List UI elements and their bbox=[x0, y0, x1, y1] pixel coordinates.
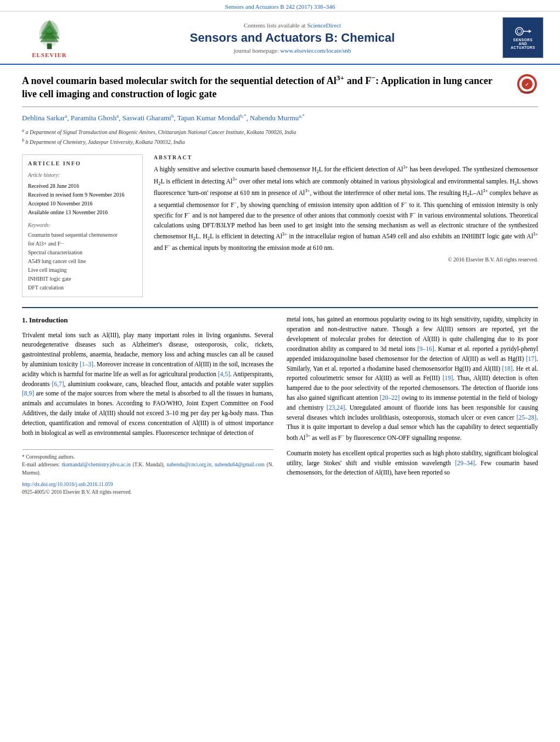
homepage-link[interactable]: www.elsevier.com/locate/snb bbox=[281, 47, 351, 54]
two-col-main: 1. Introduction Trivalent metal ions suc… bbox=[22, 315, 538, 496]
keywords-section: Keywords: Coumarin based sequential chem… bbox=[28, 221, 137, 292]
doi-link[interactable]: http://dx.doi.org/10.1016/j.snb.2016.11.… bbox=[22, 482, 113, 487]
svg-point-6 bbox=[47, 28, 52, 33]
elsevier-text: ELSEVIER bbox=[32, 52, 67, 58]
keywords-label: Keywords: bbox=[28, 221, 137, 230]
intro-paragraph-2: metal ions, has gained an enormous popul… bbox=[287, 315, 538, 443]
received-date: Received 28 June 2016 bbox=[28, 182, 137, 191]
intro-paragraph-3: Coumarin moiety has excellent optical pr… bbox=[287, 449, 538, 478]
elsevier-tree-icon bbox=[27, 18, 71, 51]
article-info-header: ARTICLE INFO bbox=[28, 159, 137, 168]
sensors-actuators-logo: SENSORSANDACTUATORS bbox=[502, 17, 544, 58]
corresponding-note: * Corresponding authors. bbox=[22, 453, 273, 461]
crossmark-badge: ✓ CrossMark bbox=[516, 73, 538, 95]
authors: Deblina Sarkara, Paramita Ghosha, Saswat… bbox=[22, 113, 538, 124]
keyword-2: for Al3+ and F− bbox=[28, 239, 137, 248]
keyword-3: Spectral characterization bbox=[28, 248, 137, 257]
article-info-abstract-row: ARTICLE INFO Article history: Received 2… bbox=[22, 154, 538, 297]
intro-paragraph-1: Trivalent metal ions such as Al(III), pl… bbox=[22, 331, 273, 438]
main-content: 1. Introduction Trivalent metal ions suc… bbox=[22, 307, 538, 496]
svg-point-7 bbox=[516, 27, 523, 35]
affiliations: a a Department of Signal Transduction an… bbox=[22, 127, 538, 147]
contents-line: Contents lists available at ScienceDirec… bbox=[82, 22, 502, 29]
copyright-notice: © 2016 Elsevier B.V. All rights reserved… bbox=[154, 256, 538, 263]
journal-homepage: journal homepage: www.elsevier.com/locat… bbox=[82, 47, 502, 54]
affiliation-b: b b Department of Chemistry, Jadavpur Un… bbox=[22, 137, 538, 147]
journal-top-bar: Sensors and Actuators B 242 (2017) 338–3… bbox=[0, 0, 560, 12]
abstract-column: ABSTRACT A highly sensitive and selectiv… bbox=[154, 154, 538, 297]
main-col-left: 1. Introduction Trivalent metal ions suc… bbox=[22, 315, 273, 496]
elsevier-logo: ELSEVIER bbox=[16, 18, 82, 58]
article-body: A novel coumarin based molecular switch … bbox=[0, 65, 560, 507]
keyword-4: A549 lung cancer cell line bbox=[28, 257, 137, 266]
journal-citation: Sensors and Actuators B 242 (2017) 338–3… bbox=[225, 3, 335, 10]
footnote-section: * Corresponding authors. E-mail addresse… bbox=[22, 449, 273, 497]
svg-text:CrossMark: CrossMark bbox=[520, 90, 534, 93]
keywords-list: Coumarin based sequential chemosensor fo… bbox=[28, 231, 137, 292]
article-info-box: ARTICLE INFO Article history: Received 2… bbox=[22, 154, 143, 297]
email1-link[interactable]: tkumandal@chemistry.jdvu.ac.in bbox=[61, 462, 131, 467]
sa-logo-icon bbox=[515, 26, 531, 37]
svg-text:✓: ✓ bbox=[525, 82, 529, 87]
article-title-section: A novel coumarin based molecular switch … bbox=[22, 73, 538, 107]
email-section: E-mail addresses: tkumandal@chemistry.jd… bbox=[22, 461, 273, 477]
affiliation-a: a a Department of Signal Transduction an… bbox=[22, 127, 538, 137]
abstract-header: ABSTRACT bbox=[154, 154, 538, 160]
article-info-column: ARTICLE INFO Article history: Received 2… bbox=[22, 154, 143, 297]
article-title: A novel coumarin based molecular switch … bbox=[22, 73, 505, 101]
keyword-5: Live cell imaging bbox=[28, 266, 137, 275]
abstract-text: A highly sensitive and selective coumari… bbox=[154, 164, 538, 253]
journal-header: ELSEVIER Contents lists available at Sci… bbox=[0, 12, 560, 65]
email2-link[interactable]: nabendu@cnci.org.in, nabendu64@gmail.com bbox=[167, 462, 265, 467]
keyword-7: DFT calculation bbox=[28, 283, 137, 292]
svg-point-8 bbox=[517, 29, 522, 34]
keyword-1: Coumarin based sequential chemosensor bbox=[28, 231, 137, 239]
main-col-right: metal ions, has gained an enormous popul… bbox=[287, 315, 538, 496]
section-title: 1. Introduction bbox=[22, 315, 273, 326]
svg-marker-10 bbox=[529, 30, 531, 33]
page: Sensors and Actuators B 242 (2017) 338–3… bbox=[0, 0, 560, 742]
accepted-date: Accepted 10 November 2016 bbox=[28, 199, 137, 208]
issn-line: 0925-4005/© 2016 Elsevier B.V. All right… bbox=[22, 488, 273, 496]
journal-center: Contents lists available at ScienceDirec… bbox=[82, 22, 502, 54]
available-date: Available online 13 November 2016 bbox=[28, 208, 137, 217]
article-history-label: Article history: bbox=[28, 171, 137, 180]
keyword-6: INHIBIT logic gate bbox=[28, 275, 137, 283]
journal-title: Sensors and Actuators B: Chemical bbox=[82, 31, 502, 45]
section-title-label: Introduction bbox=[29, 316, 68, 324]
sciencedirect-link[interactable]: ScienceDirect bbox=[307, 22, 341, 29]
received-revised-date: Received in revised form 9 November 2016 bbox=[28, 191, 137, 199]
